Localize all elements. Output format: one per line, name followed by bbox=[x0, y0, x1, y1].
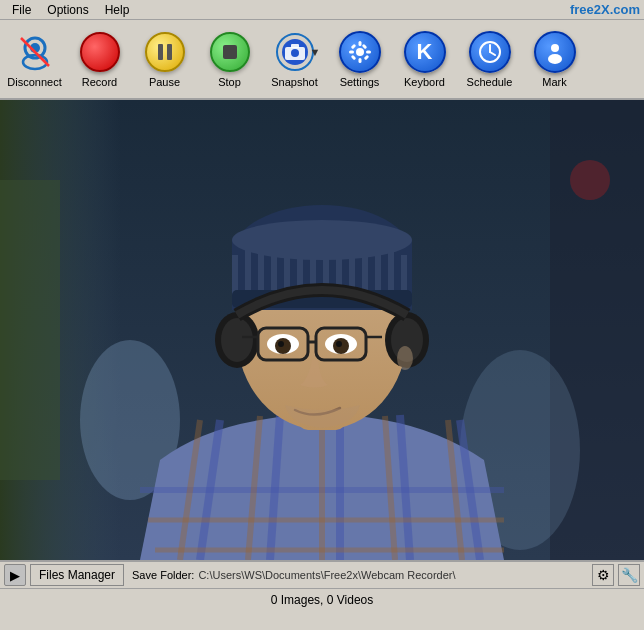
pause-icon bbox=[143, 30, 187, 74]
snapshot-button[interactable]: ▼ Snapshot bbox=[262, 23, 327, 95]
settings-icon bbox=[338, 30, 382, 74]
wrench-button[interactable]: 🔧 bbox=[618, 564, 640, 586]
svg-rect-17 bbox=[350, 55, 356, 61]
svg-point-7 bbox=[291, 49, 299, 57]
disconnect-label: Disconnect bbox=[7, 76, 61, 88]
keyboard-icon: K bbox=[403, 30, 447, 74]
play-button[interactable]: ▶ bbox=[4, 564, 26, 586]
pause-label: Pause bbox=[149, 76, 180, 88]
play-icon: ▶ bbox=[10, 568, 20, 583]
wrench-icon: 🔧 bbox=[621, 567, 638, 583]
info-bar: 0 Images, 0 Videos bbox=[0, 588, 644, 610]
svg-rect-14 bbox=[350, 44, 356, 50]
mark-label: Mark bbox=[542, 76, 566, 88]
webcam-feed bbox=[0, 100, 644, 560]
svg-point-9 bbox=[356, 48, 364, 56]
svg-rect-11 bbox=[358, 58, 361, 63]
svg-point-78 bbox=[336, 341, 342, 347]
svg-point-21 bbox=[551, 44, 559, 52]
menu-bar: File Options Help free2X.com bbox=[0, 0, 644, 20]
files-manager-label: Files Manager bbox=[39, 568, 115, 582]
brand-label: free2X.com bbox=[570, 2, 640, 17]
disconnect-icon bbox=[13, 30, 57, 74]
snapshot-icon: ▼ bbox=[273, 30, 317, 74]
svg-rect-16 bbox=[361, 44, 367, 50]
svg-point-22 bbox=[548, 54, 562, 64]
keyboard-button[interactable]: K Keybord bbox=[392, 23, 457, 95]
gear-settings-button[interactable]: ⚙ bbox=[592, 564, 614, 586]
schedule-icon bbox=[468, 30, 512, 74]
settings-button[interactable]: Settings bbox=[327, 23, 392, 95]
svg-rect-25 bbox=[0, 180, 60, 480]
keyboard-label: Keybord bbox=[404, 76, 445, 88]
mark-button[interactable]: Mark bbox=[522, 23, 587, 95]
menu-file[interactable]: File bbox=[4, 2, 39, 18]
svg-rect-12 bbox=[349, 51, 354, 54]
video-area bbox=[0, 100, 644, 560]
svg-point-79 bbox=[397, 346, 413, 370]
mark-icon bbox=[533, 30, 577, 74]
svg-line-20 bbox=[490, 52, 495, 55]
menu-help[interactable]: Help bbox=[97, 2, 138, 18]
svg-point-77 bbox=[278, 341, 284, 347]
files-manager-button[interactable]: Files Manager bbox=[30, 564, 124, 586]
snapshot-label: Snapshot bbox=[271, 76, 317, 88]
svg-rect-10 bbox=[358, 41, 361, 46]
schedule-button[interactable]: Schedule bbox=[457, 23, 522, 95]
stop-button[interactable]: Stop bbox=[197, 23, 262, 95]
settings-label: Settings bbox=[340, 76, 380, 88]
save-folder-label: Save Folder: bbox=[132, 569, 194, 581]
svg-rect-8 bbox=[291, 44, 299, 48]
pause-button[interactable]: Pause bbox=[132, 23, 197, 95]
record-button[interactable]: Record bbox=[67, 23, 132, 95]
toolbar: Disconnect Record Pause Stop bbox=[0, 20, 644, 100]
disconnect-button[interactable]: Disconnect bbox=[2, 23, 67, 95]
record-icon bbox=[78, 30, 122, 74]
record-label: Record bbox=[82, 76, 117, 88]
stop-icon bbox=[208, 30, 252, 74]
gear-icon: ⚙ bbox=[597, 567, 610, 583]
svg-rect-13 bbox=[366, 51, 371, 54]
svg-point-65 bbox=[221, 318, 253, 362]
schedule-label: Schedule bbox=[467, 76, 513, 88]
info-text: 0 Images, 0 Videos bbox=[271, 593, 374, 607]
menu-options[interactable]: Options bbox=[39, 2, 96, 18]
status-bar: ▶ Files Manager Save Folder: C:\Users\WS… bbox=[0, 560, 644, 588]
svg-rect-15 bbox=[363, 55, 369, 61]
stop-label: Stop bbox=[218, 76, 241, 88]
save-folder-path: C:\Users\WS\Documents\Free2x\Webcam Reco… bbox=[198, 569, 455, 581]
